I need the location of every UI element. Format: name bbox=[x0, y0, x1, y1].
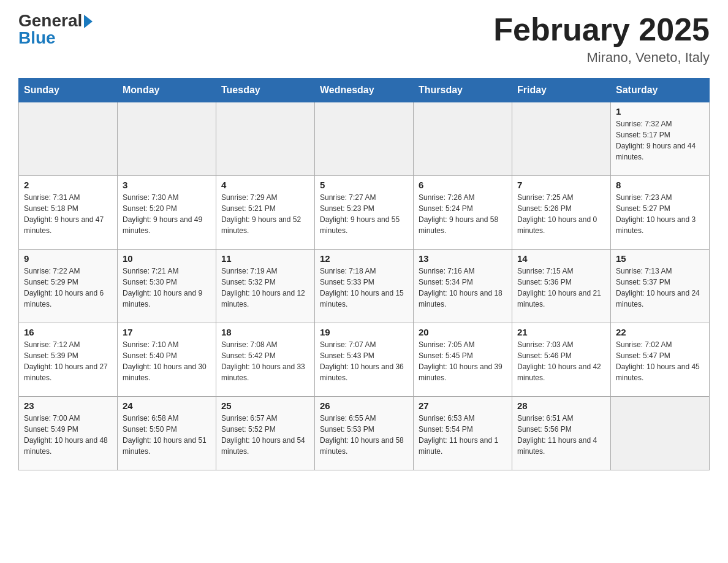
calendar-cell: 9Sunrise: 7:22 AM Sunset: 5:29 PM Daylig… bbox=[19, 250, 118, 323]
day-number: 11 bbox=[221, 253, 309, 264]
calendar-cell: 21Sunrise: 7:03 AM Sunset: 5:46 PM Dayli… bbox=[512, 323, 611, 397]
calendar-cell bbox=[512, 102, 611, 176]
day-info: Sunrise: 7:16 AM Sunset: 5:34 PM Dayligh… bbox=[419, 266, 507, 310]
day-info: Sunrise: 7:21 AM Sunset: 5:30 PM Dayligh… bbox=[123, 266, 211, 310]
calendar-cell: 6Sunrise: 7:26 AM Sunset: 5:24 PM Daylig… bbox=[414, 176, 512, 250]
day-info: Sunrise: 7:29 AM Sunset: 5:21 PM Dayligh… bbox=[221, 192, 309, 236]
day-number: 13 bbox=[419, 253, 507, 264]
day-info: Sunrise: 7:12 AM Sunset: 5:39 PM Dayligh… bbox=[24, 339, 112, 383]
logo: General Blue bbox=[18, 12, 93, 47]
day-number: 22 bbox=[616, 327, 704, 337]
day-info: Sunrise: 7:08 AM Sunset: 5:42 PM Dayligh… bbox=[221, 339, 309, 383]
day-number: 8 bbox=[616, 180, 704, 190]
day-number: 26 bbox=[320, 400, 408, 411]
day-info: Sunrise: 7:31 AM Sunset: 5:18 PM Dayligh… bbox=[24, 192, 112, 236]
day-number: 23 bbox=[24, 400, 112, 411]
week-row-3: 9Sunrise: 7:22 AM Sunset: 5:29 PM Daylig… bbox=[19, 250, 710, 323]
day-number: 28 bbox=[517, 400, 605, 411]
logo-blue-text: Blue bbox=[18, 29, 56, 47]
day-info: Sunrise: 7:23 AM Sunset: 5:27 PM Dayligh… bbox=[616, 192, 704, 236]
calendar-cell bbox=[315, 102, 414, 176]
calendar-body: 1Sunrise: 7:32 AM Sunset: 5:17 PM Daylig… bbox=[19, 102, 710, 470]
day-number: 25 bbox=[221, 400, 309, 411]
calendar-cell bbox=[118, 102, 216, 176]
day-info: Sunrise: 7:26 AM Sunset: 5:24 PM Dayligh… bbox=[419, 192, 507, 236]
calendar-cell: 28Sunrise: 6:51 AM Sunset: 5:56 PM Dayli… bbox=[512, 397, 611, 470]
calendar-cell: 16Sunrise: 7:12 AM Sunset: 5:39 PM Dayli… bbox=[19, 323, 118, 397]
day-info: Sunrise: 7:30 AM Sunset: 5:20 PM Dayligh… bbox=[123, 192, 211, 236]
calendar-cell: 5Sunrise: 7:27 AM Sunset: 5:23 PM Daylig… bbox=[315, 176, 414, 250]
day-number: 1 bbox=[616, 106, 704, 117]
month-title: February 2025 bbox=[493, 12, 710, 47]
day-info: Sunrise: 6:51 AM Sunset: 5:56 PM Dayligh… bbox=[517, 413, 605, 457]
day-info: Sunrise: 7:32 AM Sunset: 5:17 PM Dayligh… bbox=[616, 118, 704, 163]
calendar-cell bbox=[414, 102, 512, 176]
header-day-monday: Monday bbox=[118, 79, 216, 102]
week-row-5: 23Sunrise: 7:00 AM Sunset: 5:49 PM Dayli… bbox=[19, 397, 710, 470]
day-number: 9 bbox=[24, 253, 112, 264]
day-info: Sunrise: 7:00 AM Sunset: 5:49 PM Dayligh… bbox=[24, 413, 112, 457]
day-info: Sunrise: 7:25 AM Sunset: 5:26 PM Dayligh… bbox=[517, 192, 605, 236]
day-info: Sunrise: 7:15 AM Sunset: 5:36 PM Dayligh… bbox=[517, 266, 605, 310]
day-number: 16 bbox=[24, 327, 112, 337]
day-info: Sunrise: 6:53 AM Sunset: 5:54 PM Dayligh… bbox=[419, 413, 507, 457]
day-number: 24 bbox=[123, 400, 211, 411]
calendar-cell: 22Sunrise: 7:02 AM Sunset: 5:47 PM Dayli… bbox=[611, 323, 710, 397]
day-number: 12 bbox=[320, 253, 408, 264]
logo-general-text: General bbox=[18, 12, 82, 29]
day-info: Sunrise: 7:03 AM Sunset: 5:46 PM Dayligh… bbox=[517, 339, 605, 383]
day-info: Sunrise: 7:22 AM Sunset: 5:29 PM Dayligh… bbox=[24, 266, 112, 310]
calendar-cell: 12Sunrise: 7:18 AM Sunset: 5:33 PM Dayli… bbox=[315, 250, 414, 323]
header-day-wednesday: Wednesday bbox=[315, 79, 414, 102]
day-number: 14 bbox=[517, 253, 605, 264]
header-day-thursday: Thursday bbox=[414, 79, 512, 102]
calendar-cell: 20Sunrise: 7:05 AM Sunset: 5:45 PM Dayli… bbox=[414, 323, 512, 397]
calendar-cell: 13Sunrise: 7:16 AM Sunset: 5:34 PM Dayli… bbox=[414, 250, 512, 323]
calendar-cell: 3Sunrise: 7:30 AM Sunset: 5:20 PM Daylig… bbox=[118, 176, 216, 250]
day-info: Sunrise: 7:18 AM Sunset: 5:33 PM Dayligh… bbox=[320, 266, 408, 310]
calendar-cell: 18Sunrise: 7:08 AM Sunset: 5:42 PM Dayli… bbox=[216, 323, 315, 397]
day-info: Sunrise: 7:13 AM Sunset: 5:37 PM Dayligh… bbox=[616, 266, 704, 310]
calendar-cell: 26Sunrise: 6:55 AM Sunset: 5:53 PM Dayli… bbox=[315, 397, 414, 470]
day-number: 3 bbox=[123, 180, 211, 190]
calendar-table: SundayMondayTuesdayWednesdayThursdayFrid… bbox=[18, 78, 710, 470]
day-info: Sunrise: 6:57 AM Sunset: 5:52 PM Dayligh… bbox=[221, 413, 309, 457]
calendar-cell bbox=[216, 102, 315, 176]
day-info: Sunrise: 7:10 AM Sunset: 5:40 PM Dayligh… bbox=[123, 339, 211, 383]
header-day-saturday: Saturday bbox=[611, 79, 710, 102]
calendar-cell: 24Sunrise: 6:58 AM Sunset: 5:50 PM Dayli… bbox=[118, 397, 216, 470]
day-info: Sunrise: 7:07 AM Sunset: 5:43 PM Dayligh… bbox=[320, 339, 408, 383]
day-info: Sunrise: 7:27 AM Sunset: 5:23 PM Dayligh… bbox=[320, 192, 408, 236]
calendar-cell: 25Sunrise: 6:57 AM Sunset: 5:52 PM Dayli… bbox=[216, 397, 315, 470]
day-number: 2 bbox=[24, 180, 112, 190]
calendar-cell bbox=[611, 397, 710, 470]
calendar-cell bbox=[19, 102, 118, 176]
day-info: Sunrise: 7:02 AM Sunset: 5:47 PM Dayligh… bbox=[616, 339, 704, 383]
calendar-cell: 7Sunrise: 7:25 AM Sunset: 5:26 PM Daylig… bbox=[512, 176, 611, 250]
calendar-cell: 15Sunrise: 7:13 AM Sunset: 5:37 PM Dayli… bbox=[611, 250, 710, 323]
week-row-2: 2Sunrise: 7:31 AM Sunset: 5:18 PM Daylig… bbox=[19, 176, 710, 250]
week-row-1: 1Sunrise: 7:32 AM Sunset: 5:17 PM Daylig… bbox=[19, 102, 710, 176]
day-number: 15 bbox=[616, 253, 704, 264]
day-number: 4 bbox=[221, 180, 309, 190]
calendar-header: SundayMondayTuesdayWednesdayThursdayFrid… bbox=[19, 79, 710, 102]
day-number: 19 bbox=[320, 327, 408, 337]
header-day-tuesday: Tuesday bbox=[216, 79, 315, 102]
day-info: Sunrise: 6:55 AM Sunset: 5:53 PM Dayligh… bbox=[320, 413, 408, 457]
calendar-cell: 4Sunrise: 7:29 AM Sunset: 5:21 PM Daylig… bbox=[216, 176, 315, 250]
day-info: Sunrise: 7:05 AM Sunset: 5:45 PM Dayligh… bbox=[419, 339, 507, 383]
calendar-cell: 8Sunrise: 7:23 AM Sunset: 5:27 PM Daylig… bbox=[611, 176, 710, 250]
day-number: 6 bbox=[419, 180, 507, 190]
header-row: SundayMondayTuesdayWednesdayThursdayFrid… bbox=[19, 79, 710, 102]
day-number: 10 bbox=[123, 253, 211, 264]
header-day-sunday: Sunday bbox=[19, 79, 118, 102]
calendar-cell: 19Sunrise: 7:07 AM Sunset: 5:43 PM Dayli… bbox=[315, 323, 414, 397]
day-number: 27 bbox=[419, 400, 507, 411]
location-text: Mirano, Veneto, Italy bbox=[493, 50, 710, 66]
calendar-cell: 14Sunrise: 7:15 AM Sunset: 5:36 PM Dayli… bbox=[512, 250, 611, 323]
calendar-cell: 23Sunrise: 7:00 AM Sunset: 5:49 PM Dayli… bbox=[19, 397, 118, 470]
day-number: 7 bbox=[517, 180, 605, 190]
day-number: 21 bbox=[517, 327, 605, 337]
day-info: Sunrise: 7:19 AM Sunset: 5:32 PM Dayligh… bbox=[221, 266, 309, 310]
day-info: Sunrise: 6:58 AM Sunset: 5:50 PM Dayligh… bbox=[123, 413, 211, 457]
